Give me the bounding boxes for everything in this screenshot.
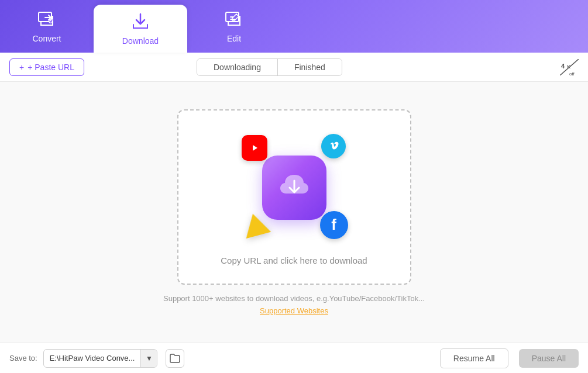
tab-finished[interactable]: Finished: [278, 59, 342, 75]
nav-download[interactable]: Download: [94, 5, 187, 53]
path-value: E:\HitPaw Video Conve...: [44, 354, 141, 362]
illustration: f: [236, 129, 353, 246]
center-download-icon: [262, 156, 326, 220]
nav-convert[interactable]: Convert: [0, 0, 94, 53]
bottom-bar: Save to: E:\HitPaw Video Conve... ▼ Resu…: [0, 343, 588, 373]
fps-off-button[interactable]: 4 ᴋ off: [560, 59, 579, 75]
tab-downloading[interactable]: Downloading: [197, 59, 278, 75]
main-content: f Copy URL and click here to download Su…: [0, 82, 588, 343]
svg-marker-7: [253, 145, 257, 151]
download-icon: [131, 12, 150, 33]
youtube-icon: [242, 135, 267, 161]
app-header: Convert Download Edit: [0, 0, 588, 53]
drop-zone-text: Copy URL and click here to download: [221, 255, 367, 265]
toolbar: + + Paste URL Downloading Finished 4 ᴋ o…: [0, 53, 588, 82]
nav-edit-label: Edit: [227, 34, 241, 43]
vimeo-icon: [321, 134, 346, 158]
save-to-label: Save to:: [9, 354, 37, 362]
drop-zone[interactable]: f Copy URL and click here to download: [177, 109, 411, 285]
open-folder-button[interactable]: [166, 349, 184, 368]
nav-convert-label: Convert: [32, 34, 61, 43]
cloud-download-symbol: [277, 169, 312, 206]
convert-icon: [37, 9, 56, 30]
paste-url-icon: +: [19, 63, 24, 72]
support-text: Support 1000+ websites to download video…: [163, 294, 425, 303]
tab-group: Downloading Finished: [197, 58, 342, 76]
path-select: E:\HitPaw Video Conve... ▼: [43, 349, 158, 368]
nav-download-label: Download: [122, 36, 159, 46]
nav-edit[interactable]: Edit: [187, 0, 281, 53]
path-dropdown-button[interactable]: ▼: [140, 349, 157, 368]
resume-all-button[interactable]: Resume All: [440, 348, 508, 368]
svg-text:off: off: [569, 71, 575, 75]
pause-all-button[interactable]: Pause All: [519, 349, 579, 368]
edit-icon: [225, 9, 243, 30]
triangle-icon: [243, 213, 269, 236]
paste-url-button[interactable]: + + Paste URL: [9, 58, 84, 76]
svg-text:4: 4: [561, 63, 565, 70]
supported-websites-link[interactable]: Supported Websites: [260, 306, 328, 315]
facebook-icon: f: [320, 211, 348, 239]
paste-url-label: + Paste URL: [27, 63, 74, 72]
